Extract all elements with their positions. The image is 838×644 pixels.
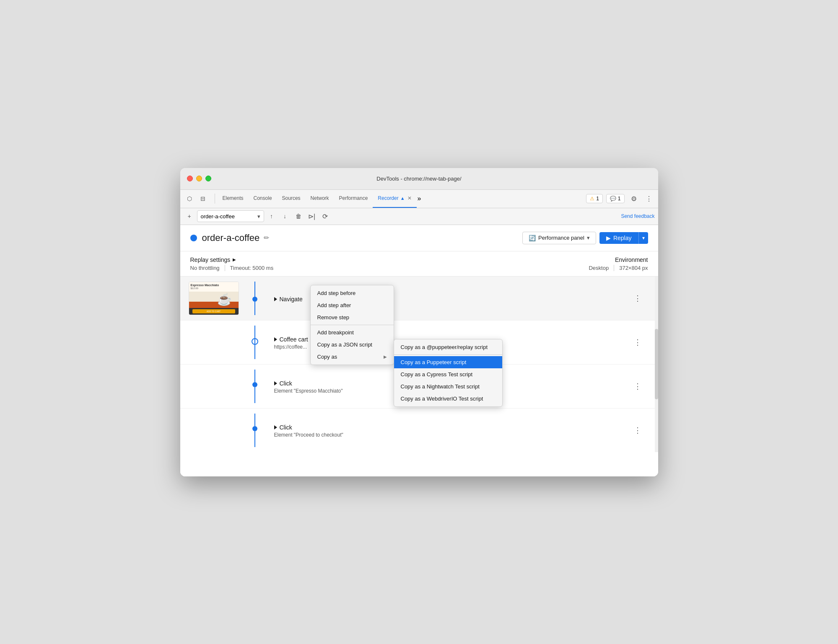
tab-recorder[interactable]: Recorder ▲ ✕: [373, 189, 416, 208]
context-menu-breakpoint[interactable]: Add breakpoint: [311, 326, 394, 339]
main-content: order-a-coffee ✏ 🔄 Performance panel ▾ ▶…: [180, 225, 658, 476]
submenu-puppeteer-replay[interactable]: Copy as a @puppeteer/replay script: [394, 341, 502, 353]
chat-icon: 💬: [610, 196, 616, 202]
thumb-spacer: [189, 414, 239, 447]
settings-row: Replay settings ▶ No throttling Timeout:…: [180, 251, 658, 277]
recording-title: order-a-coffee: [202, 233, 260, 243]
tab-network[interactable]: Network: [306, 189, 334, 208]
table-row: Espresso Macchiato $12.00 ☕ ADD TO CART: [180, 277, 658, 321]
devtools-window: DevTools - chrome://new-tab-page/ ⬡ ⊟ El…: [180, 168, 658, 476]
steps-container: Espresso Macchiato $12.00 ☕ ADD TO CART: [180, 277, 658, 452]
timeline-line: [254, 326, 255, 359]
menu-divider: [311, 325, 394, 325]
screenshot-thumbnail: Espresso Macchiato $12.00 ☕ ADD TO CART: [189, 282, 239, 315]
perf-dropdown-icon: ▾: [587, 235, 590, 241]
import-icon[interactable]: ↓: [279, 210, 291, 222]
send-feedback-link[interactable]: Send feedback: [621, 213, 654, 219]
tab-separator: [215, 194, 215, 204]
record-icon[interactable]: ⟳: [319, 210, 331, 222]
env-sub: Desktop 372×804 px: [419, 265, 648, 271]
submenu-cypress[interactable]: Copy as a Cypress Test script: [394, 368, 502, 380]
title-bar: DevTools - chrome://new-tab-page/: [180, 168, 658, 190]
throttling-value: No throttling: [190, 265, 225, 271]
warning-badge[interactable]: ⚠ 1: [586, 194, 603, 203]
window-title: DevTools - chrome://new-tab-page/: [376, 176, 461, 182]
close-button[interactable]: [187, 176, 193, 181]
step-over-icon[interactable]: ⊳|: [306, 210, 318, 222]
step-more-icon[interactable]: ⋮: [634, 382, 648, 391]
replay-button[interactable]: ▶ Replay: [599, 232, 638, 244]
context-menu-copy-as[interactable]: Copy as ▶ Copy as a @puppeteer/replay sc…: [311, 351, 394, 363]
tab-controls: ⬡ ⊟: [184, 193, 209, 204]
replay-button-group: ▶ Replay ▾: [599, 232, 648, 244]
performance-panel-button[interactable]: 🔄 Performance panel ▾: [522, 232, 596, 244]
step-timeline-click1: [242, 370, 267, 403]
chat-badge[interactable]: 💬 1: [606, 194, 625, 203]
context-menu-add-after[interactable]: Add step after: [311, 299, 394, 311]
tab-console[interactable]: Console: [249, 189, 277, 208]
step-more-icon[interactable]: ⋮: [634, 338, 648, 347]
tab-performance[interactable]: Performance: [334, 189, 373, 208]
devtools-panel: ⬡ ⊟ Elements Console Sources Network Per…: [180, 190, 658, 476]
close-tab-icon[interactable]: ✕: [407, 195, 412, 201]
dropdown-icon: ▾: [257, 213, 260, 220]
performance-icon: 🔄: [529, 235, 536, 241]
scrollbar-thumb[interactable]: [655, 329, 658, 399]
edit-title-icon[interactable]: ✏: [264, 234, 269, 242]
submenu-puppeteer-script[interactable]: Copy as a Puppeteer script: [394, 356, 502, 368]
context-menu: Add step before Add step after Remove st…: [310, 285, 394, 365]
minimize-button[interactable]: [196, 176, 202, 181]
maximize-button[interactable]: [205, 176, 211, 181]
expand-icon: [274, 381, 277, 385]
tab-sources[interactable]: Sources: [277, 189, 306, 208]
step-detail: Element "Proceed to checkout": [274, 432, 634, 438]
toolbar: + order-a-coffee ▾ ↑ ↓ 🗑 ⊳| ⟳ Send feedb…: [180, 208, 658, 225]
recording-select[interactable]: order-a-coffee ▾: [197, 210, 264, 222]
thumb-spacer: [189, 326, 239, 359]
scrollbar-track[interactable]: [655, 277, 658, 452]
step-more-icon[interactable]: ⋮: [634, 294, 648, 303]
recording-actions: 🔄 Performance panel ▾ ▶ Replay ▾: [522, 232, 648, 244]
submenu-icon: ▶: [384, 354, 387, 359]
context-menu-json[interactable]: Copy as a JSON script: [311, 339, 394, 351]
more-options-icon[interactable]: ⋮: [643, 193, 655, 204]
tabs-right: ⚠ 1 💬 1 ⚙ ⋮: [586, 193, 654, 204]
recording-status-dot: [190, 235, 197, 241]
submenu-webdriverio[interactable]: Copy as a WebdriverIO Test script: [394, 393, 502, 405]
recording-header: order-a-coffee ✏ 🔄 Performance panel ▾ ▶…: [180, 225, 658, 251]
more-tabs[interactable]: »: [418, 195, 421, 202]
submenu: Copy as a @puppeteer/replay script Copy …: [394, 339, 503, 407]
step-title[interactable]: Click: [274, 424, 634, 431]
settings-expand-icon: ▶: [233, 257, 236, 262]
desktop-value: Desktop: [589, 265, 614, 271]
replay-settings-title[interactable]: Replay settings ▶: [190, 256, 419, 263]
settings-sub: No throttling Timeout: 5000 ms: [190, 265, 419, 271]
step-timeline-navigate: [242, 282, 267, 315]
timeline-line: [254, 370, 255, 403]
step-timeline-coffee: [242, 326, 267, 359]
step-timeline-click2: [242, 414, 267, 447]
step-content-click2: Click Element "Proceed to checkout": [267, 422, 634, 438]
traffic-lights: [187, 176, 211, 181]
replay-dropdown-button[interactable]: ▾: [638, 232, 648, 244]
cursor-icon[interactable]: ⬡: [184, 193, 195, 204]
expand-icon: [274, 425, 277, 429]
submenu-nightwatch[interactable]: Copy as a Nightwatch Test script: [394, 380, 502, 393]
resolution-value: 372×804 px: [619, 265, 648, 271]
export-icon[interactable]: ↑: [266, 210, 278, 222]
play-icon: ▶: [606, 235, 611, 241]
environment-settings: Environment Desktop 372×804 px: [419, 256, 648, 271]
delete-icon[interactable]: 🗑: [293, 210, 304, 222]
context-menu-remove[interactable]: Remove step: [311, 311, 394, 323]
dock-icon[interactable]: ⊟: [197, 193, 209, 204]
env-title: Environment: [419, 256, 648, 263]
expand-icon: [274, 297, 277, 301]
warning-icon: ⚠: [590, 196, 594, 202]
step-more-icon[interactable]: ⋮: [634, 426, 648, 435]
thumb-spacer: [189, 370, 239, 403]
context-menu-add-before[interactable]: Add step before: [311, 287, 394, 299]
new-recording-button[interactable]: +: [184, 210, 195, 222]
settings-icon[interactable]: ⚙: [628, 193, 640, 204]
replay-settings: Replay settings ▶ No throttling Timeout:…: [190, 256, 419, 271]
tab-elements[interactable]: Elements: [218, 189, 249, 208]
